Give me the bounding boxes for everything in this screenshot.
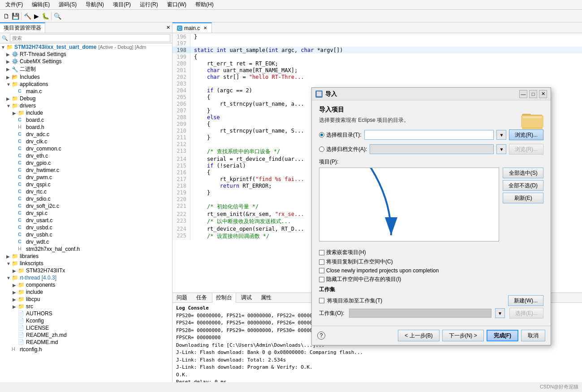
tree-item-drvadc[interactable]: ▶Cdrv_adc.c — [0, 131, 172, 138]
tree-item-drvwdt[interactable]: ▶Cdrv_wdt.c — [0, 238, 172, 246]
menu-run[interactable]: 运行(R) — [138, 1, 160, 9]
tree-item-drvsofti2c[interactable]: ▶Cdrv_soft_i2c.c — [0, 202, 172, 210]
next-button[interactable]: 下一步(N) > — [442, 330, 484, 341]
tab-console[interactable]: 控制台 — [212, 293, 236, 303]
tree-item-drvcommon[interactable]: ▶Cdrv_common.c — [0, 145, 172, 152]
tree-item-libraries[interactable]: ▶📁libraries — [0, 253, 172, 260]
cancel-button[interactable]: 取消 — [521, 330, 545, 341]
root-dir-dropdown[interactable]: ▼ — [496, 130, 506, 140]
cb-hide[interactable] — [319, 277, 324, 282]
l28: LICENSE — [26, 325, 49, 331]
tree-item-drvusbh[interactable]: ▶Cdrv_usbh.c — [0, 231, 172, 238]
tree-item-boardh[interactable]: ▶ H board.h — [0, 124, 172, 131]
tree-item-stm32h743[interactable]: ▶📁STM32H743IITx — [0, 267, 172, 274]
finish-button[interactable]: 完成(F) — [487, 330, 518, 341]
menu-project[interactable]: 项目(P) — [111, 1, 133, 9]
tree-item-applications[interactable]: ▼ 📁 applications — [0, 81, 172, 88]
tree-item-stm32halconf[interactable]: ▶Hstm32h7xx_hal_conf.h — [0, 246, 172, 253]
menu-edit[interactable]: 编辑(E) — [30, 1, 52, 9]
tree-item-includes[interactable]: ▶ 📂 Includes — [0, 73, 172, 81]
dialog-close-btn[interactable]: ✕ — [539, 90, 547, 98]
tree-item-rtthread[interactable]: ▼📁rt-thread [4.0.3] — [0, 274, 172, 281]
tree-item-drvclk[interactable]: ▶Cdrv_clk.c — [0, 138, 172, 145]
radio-root-dir[interactable]: 选择根目录(T): — [319, 131, 362, 139]
tree-item-authors[interactable]: ▶📄AUTHORS — [0, 310, 172, 317]
toolbar-icon-debug[interactable]: 🐛 — [41, 12, 50, 21]
tree-item-include-drivers[interactable]: ▶ 📁 include — [0, 109, 172, 116]
tree-item-binary[interactable]: ▶ 🔧 二进制 — [0, 65, 172, 73]
tab-tasks[interactable]: 任务 — [192, 293, 211, 302]
tree-item-drvusbd[interactable]: ▶Cdrv_usbd.c — [0, 224, 172, 231]
root-dir-input[interactable] — [364, 130, 494, 140]
tree-item-readme-zh[interactable]: ▶📄README_zh.md — [0, 332, 172, 339]
tree-item-boardc[interactable]: ▶ C board.c — [0, 116, 172, 124]
tab-problems[interactable]: 问题 — [172, 293, 191, 302]
tab-close-mainc[interactable]: ✕ — [203, 26, 207, 30]
archive-input[interactable] — [370, 144, 494, 154]
radio-btn-archive[interactable] — [319, 146, 324, 152]
workset-input[interactable] — [349, 309, 491, 318]
tree-item-drvsdio[interactable]: ▶Cdrv_sdio.c — [0, 195, 172, 202]
dialog-minimize-btn[interactable]: — — [519, 90, 527, 98]
a24: ▶ — [13, 297, 18, 302]
select-workset-button[interactable]: 选择(E)... — [509, 308, 543, 319]
tree-item-drivers[interactable]: ▼ 📁 drivers — [0, 102, 172, 109]
menu-nav[interactable]: 导航(N) — [84, 1, 106, 9]
project-listbox[interactable] — [319, 168, 499, 241]
menu-help[interactable]: 帮助(H) — [194, 1, 216, 9]
deselect-all-button[interactable]: 全部不选(D) — [503, 180, 543, 191]
tree-item-drvhwtimer[interactable]: ▶Cdrv_hwtimer.c — [0, 167, 172, 174]
new-workset-button[interactable]: 新建(W)... — [508, 295, 543, 306]
toolbar-icon-run[interactable]: ▶ — [32, 12, 41, 21]
import-dialog[interactable]: ⬜ 导入 — □ ✕ 导入项目 选择要搜索现有 Eclipse 项目的目录。 选… — [311, 87, 551, 345]
search-input[interactable] — [10, 34, 170, 42]
editor-tab-mainc[interactable]: C main.c ✕ — [172, 22, 212, 33]
sidebar-tab-explorer[interactable]: 项目资源管理器 — [0, 22, 45, 33]
dialog-maximize-btn[interactable]: □ — [529, 90, 537, 98]
tree-item-drvgpio[interactable]: ▶Cdrv_gpio.c — [0, 159, 172, 167]
toolbar-icon-save[interactable]: 💾 — [11, 12, 20, 21]
menu-window[interactable]: 窗口(W) — [165, 1, 188, 9]
tree-item-linkscripts[interactable]: ▼📁linkscripts — [0, 260, 172, 267]
tree-item-cubemx[interactable]: ▶ ⚙️ CubeMX Settings — [0, 58, 172, 65]
tree-item-rtt-settings[interactable]: ▶ ⚙️ RT-Thread Settings — [0, 51, 172, 58]
tree-item-rtconfigh[interactable]: ▶Hrtconfig.h — [0, 346, 172, 353]
tree-item-license[interactable]: ▶📄LICENSE — [0, 324, 172, 332]
tree-item-drvrtc[interactable]: ▶Cdrv_rtc.c — [0, 188, 172, 195]
sidebar-close-icon[interactable]: ✕ — [166, 25, 170, 30]
radio-btn-root-dir[interactable] — [319, 132, 324, 138]
tree-item-drvspi[interactable]: ▶Cdrv_spi.c — [0, 210, 172, 217]
tree-item-readme[interactable]: ▶📄README.md — [0, 339, 172, 346]
tree-item-drvusart[interactable]: ▶Cdrv_usart.c — [0, 217, 172, 224]
tree-item-drveth[interactable]: ▶Cdrv_eth.c — [0, 152, 172, 159]
toolbar-icon-build[interactable]: 🔨 — [23, 12, 32, 21]
refresh-button[interactable]: 刷新(E) — [503, 193, 543, 203]
tree-item-drvpwm[interactable]: ▶Cdrv_pwm.c — [0, 174, 172, 181]
cb-close-newly[interactable] — [319, 268, 324, 273]
archive-dropdown[interactable]: ▼ — [496, 144, 506, 154]
tree-item-kconfig[interactable]: ▶📄Kconfig — [0, 317, 172, 324]
radio-archive[interactable]: 选择归档文件(A): — [319, 146, 367, 153]
cb-add-workset[interactable] — [319, 298, 324, 303]
tree-project-root[interactable]: ▼ 📁 STM32H743iixx_test_uart_dome [Active… — [0, 43, 172, 51]
tree-item-debug[interactable]: ▶ 📁 Debug — [0, 95, 172, 102]
toolbar-icon-new[interactable]: 🗋 — [2, 12, 11, 21]
select-all-button[interactable]: 全部选中(S) — [503, 168, 543, 178]
menu-source[interactable]: 源码(S) — [57, 1, 78, 9]
menu-file[interactable]: 文件(F) — [4, 1, 25, 9]
tree-item-drvqspi[interactable]: ▶Cdrv_qspi.c — [0, 181, 172, 188]
help-icon[interactable]: ? — [317, 332, 325, 340]
workset-dropdown[interactable]: ▼ — [495, 308, 505, 318]
toolbar-icon-search[interactable]: 🔍 — [53, 12, 62, 21]
cb-copy[interactable] — [319, 259, 324, 265]
cb-nested[interactable] — [319, 250, 324, 255]
browse-file-button[interactable]: 浏览(R)... — [509, 144, 543, 155]
tree-item-components[interactable]: ▶📁components — [0, 281, 172, 289]
tree-item-mainc[interactable]: ▶ C main.c — [0, 88, 172, 95]
back-button[interactable]: < 上一步(B) — [398, 330, 439, 341]
tree-item-libcpu[interactable]: ▶📁libcpu — [0, 296, 172, 303]
tab-properties[interactable]: 属性 — [257, 293, 276, 302]
tab-debug[interactable]: 调试 — [237, 293, 256, 302]
tree-item-src[interactable]: ▶📁src — [0, 303, 172, 310]
tree-item-include-rtt[interactable]: ▶📁include — [0, 289, 172, 296]
